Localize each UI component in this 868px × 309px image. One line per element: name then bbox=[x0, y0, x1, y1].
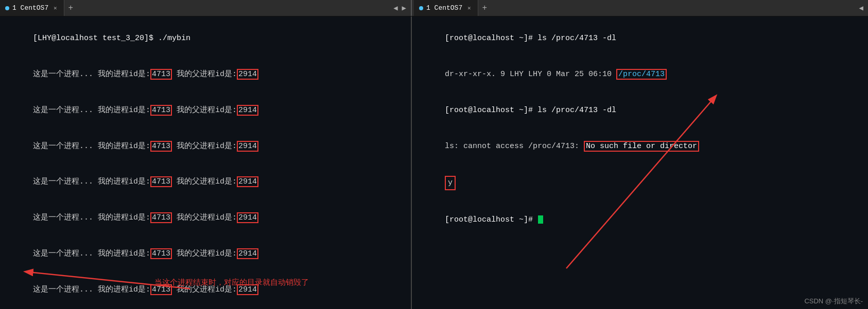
terminal-right[interactable]: [root@localhost ~]# ls /proc/4713 -dl dr… bbox=[412, 16, 868, 309]
nav-left-arrow-right[interactable]: ◀ bbox=[858, 4, 865, 12]
tab-dot-left bbox=[5, 6, 9, 10]
left-line-0: [LHY@localhost test_3_20]$ ./mybin bbox=[5, 21, 406, 57]
left-line-4: 这是一个进程... 我的进程id是:4713 我的父进程id是:2914 bbox=[5, 164, 406, 200]
tab-close-right[interactable]: ✕ bbox=[465, 5, 473, 12]
tab-add-right[interactable]: + bbox=[478, 2, 491, 14]
right-line-cmd1: [root@localhost ~]# ls /proc/4713 -dl bbox=[417, 21, 863, 57]
nav-left-arrow[interactable]: ◀ bbox=[392, 4, 399, 12]
tab-close-left[interactable]: ✕ bbox=[51, 5, 59, 12]
terminal-left[interactable]: [LHY@localhost test_3_20]$ ./mybin 这是一个进… bbox=[0, 16, 412, 309]
left-line-5: 这是一个进程... 我的进程id是:4713 我的父进程id是:2914 bbox=[5, 200, 406, 236]
right-line-result1: dr-xr-xr-x. 9 LHY LHY 0 Mar 25 06:10 /pr… bbox=[417, 57, 863, 93]
tab-dot-right bbox=[419, 6, 423, 10]
right-line-error2: y bbox=[417, 164, 863, 202]
tab-bar: 1 CentOS7 ✕ + ◀ ▶ 1 CentOS7 ✕ + ◀ bbox=[0, 0, 868, 16]
watermark: CSDN @·指短琴长- bbox=[804, 297, 863, 306]
tab-add-left[interactable]: + bbox=[64, 2, 77, 14]
left-line-7: 这是一个进程... 我的进程id是:4713 我的父进程id是:2914 bbox=[5, 271, 406, 307]
right-prompt-cursor: [root@localhost ~]# bbox=[417, 202, 863, 238]
left-line-2: 这是一个进程... 我的进程id是:4713 我的父进程id是:2914 bbox=[5, 93, 406, 129]
left-line-6: 这是一个进程... 我的进程id是:4713 我的父进程id是:2914 bbox=[5, 236, 406, 272]
tab-left[interactable]: 1 CentOS7 ✕ bbox=[0, 0, 64, 16]
annotation-text: 当这个进程结束时，对应的目录就自动销毁了 bbox=[154, 278, 309, 287]
tab-label-left: 1 CentOS7 bbox=[12, 4, 48, 12]
right-cursor bbox=[538, 215, 543, 224]
nav-right-arrow[interactable]: ▶ bbox=[401, 4, 408, 12]
right-line-error1: ls: cannot access /proc/4713: No such fi… bbox=[417, 128, 863, 164]
nav-arrows-right: ◀ bbox=[858, 4, 868, 12]
nav-arrows-left: ◀ ▶ bbox=[392, 4, 411, 12]
main-content: [LHY@localhost test_3_20]$ ./mybin 这是一个进… bbox=[0, 16, 868, 309]
tab-right[interactable]: 1 CentOS7 ✕ bbox=[414, 0, 478, 16]
tab-bar-left: 1 CentOS7 ✕ + ◀ ▶ bbox=[0, 0, 412, 16]
tab-bar-right: 1 CentOS7 ✕ + ◀ bbox=[412, 0, 868, 16]
left-line-1: 这是一个进程... 我的进程id是:4713 我的父进程id是:2914 bbox=[5, 57, 406, 93]
right-line-cmd2: [root@localhost ~]# ls /proc/4713 -dl bbox=[417, 93, 863, 129]
tab-label-right: 1 CentOS7 bbox=[426, 4, 462, 12]
left-line-3: 这是一个进程... 我的进程id是:4713 我的父进程id是:2914 bbox=[5, 128, 406, 164]
